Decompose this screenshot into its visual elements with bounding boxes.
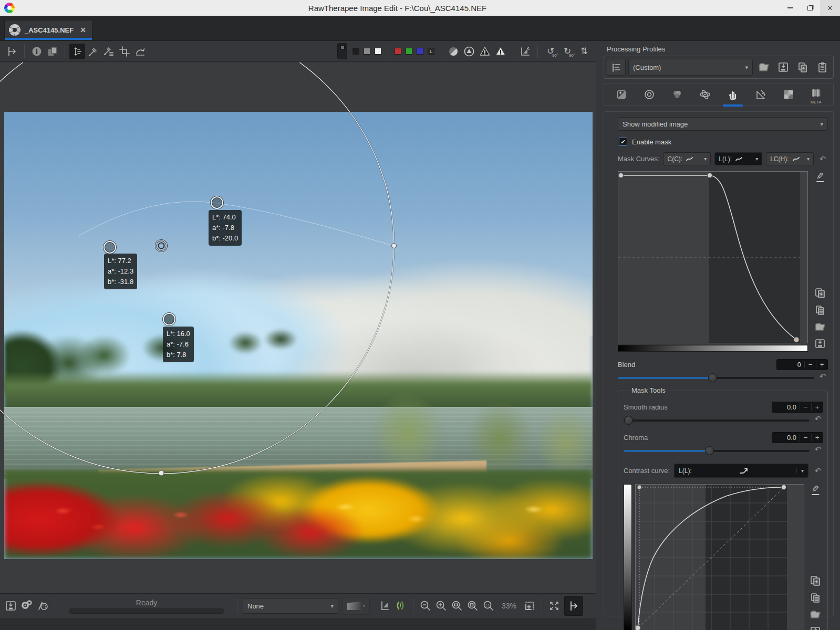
load-curve-icon[interactable] (807, 606, 824, 623)
paste-profile-icon[interactable] (814, 59, 831, 75)
contrast-curve-canvas[interactable] (635, 484, 804, 630)
channel-red-swatch[interactable] (395, 48, 401, 55)
tab-detail[interactable] (640, 85, 658, 104)
save-curve-icon[interactable] (807, 623, 824, 630)
color-picker-readout-3[interactable]: L*: 16.0 a*: -7.6 b*: 7.8 (163, 327, 194, 362)
zoom-fit-crop-icon[interactable] (465, 598, 481, 614)
mask-curve-canvas[interactable] (618, 171, 808, 343)
save-curve-icon[interactable] (812, 335, 828, 352)
reset-smooth-radius-icon[interactable]: ↶ (813, 414, 823, 424)
highlight-clipping-icon[interactable] (493, 44, 509, 59)
before-after-toggle-icon[interactable] (377, 598, 393, 614)
smooth-radius-slider[interactable] (624, 416, 810, 425)
zoom-out-icon[interactable] (418, 598, 433, 614)
tab-color[interactable] (668, 85, 686, 104)
background-white-swatch[interactable] (375, 48, 381, 55)
load-curve-icon[interactable] (812, 318, 828, 335)
slider-knob[interactable] (708, 373, 717, 382)
close-button[interactable]: ✕ (820, 0, 840, 16)
image-preview-area[interactable]: L*: 74.0 a*: -7.8 b*: -20.0 L*: 77.2 a*:… (0, 62, 596, 593)
histogram-profile-icon[interactable] (517, 44, 533, 59)
color-picker-readout-2[interactable]: L*: 77.2 a*: -12.3 b*: -31.8 (104, 254, 137, 289)
straighten-tool-icon[interactable] (132, 44, 148, 59)
fullscreen-icon[interactable] (546, 598, 562, 614)
copy-curve-icon[interactable] (807, 572, 824, 589)
reset-contrast-curve-icon[interactable]: ↶ (813, 466, 823, 476)
mask-curve-cc-button[interactable]: C(C): ▾ (663, 152, 711, 165)
channel-luminosity-swatch[interactable]: L (428, 48, 434, 55)
mask-curve-ll-button[interactable]: L(L): ▾ (714, 152, 762, 165)
soft-proofing-icon[interactable] (393, 598, 409, 614)
increment-button[interactable]: + (811, 403, 823, 411)
editor-palette-icon[interactable] (35, 598, 50, 614)
copy-curve-icon[interactable] (812, 285, 828, 301)
channel-green-swatch[interactable] (406, 48, 412, 55)
zoom-in-icon[interactable] (433, 598, 449, 614)
tab-transform[interactable] (752, 85, 770, 104)
enable-mask-checkbox[interactable]: ✔ (619, 138, 627, 146)
reset-mask-curves-icon[interactable]: ↶ (817, 154, 828, 164)
tab-metadata[interactable]: META (807, 85, 825, 104)
tab-advanced[interactable] (696, 85, 714, 104)
zoom-fit-screen-icon[interactable] (449, 598, 465, 614)
hand-tool-icon[interactable] (69, 44, 85, 59)
load-profile-icon[interactable] (755, 59, 772, 75)
chroma-slider[interactable] (624, 446, 810, 455)
paste-curve-icon[interactable] (807, 589, 824, 606)
paste-curve-icon[interactable] (812, 301, 828, 318)
blend-slider[interactable] (618, 373, 814, 382)
hide-right-panel-icon[interactable] (564, 596, 583, 616)
chroma-value-box[interactable]: 0.0 − + (772, 432, 823, 443)
before-after-view-icon[interactable] (45, 44, 60, 59)
increment-button[interactable]: + (816, 361, 827, 369)
decrement-button[interactable]: − (804, 361, 816, 369)
image-tab[interactable]: _ASC4145.NEF ✕ (4, 20, 92, 39)
slider-knob[interactable] (624, 416, 633, 425)
shadow-clipping-icon[interactable] (477, 44, 493, 59)
show-modified-select[interactable]: Show modified image ▾ (618, 117, 828, 131)
save-profile-icon[interactable] (775, 59, 792, 75)
mask-curve-lch-button[interactable]: LC(H): ▾ (766, 152, 814, 165)
profile-select[interactable]: (Custom) ▾ (628, 59, 753, 76)
copy-profile-icon[interactable] (794, 59, 811, 75)
slider-knob[interactable] (705, 446, 714, 455)
photo-canvas[interactable] (4, 112, 593, 559)
save-image-icon[interactable] (3, 598, 19, 614)
background-black-swatch[interactable] (352, 48, 359, 55)
smooth-radius-value-box[interactable]: 0.0 − + (772, 402, 823, 413)
reset-chroma-icon[interactable]: ↶ (813, 445, 823, 454)
preview-profile-select[interactable]: None ▾ (243, 598, 338, 614)
reset-blend-icon[interactable]: ↶ (817, 372, 828, 381)
info-icon[interactable] (29, 44, 45, 59)
white-balance-picker-icon[interactable] (85, 44, 101, 59)
minimize-button[interactable] (780, 0, 800, 16)
color-picker-readout-1[interactable]: L*: 74.0 a*: -7.8 b*: -20.0 (209, 210, 242, 246)
focus-mask-icon[interactable] (445, 44, 461, 59)
edit-curve-pencil-icon[interactable]: ✎ (812, 484, 819, 495)
channel-blue-swatch[interactable] (417, 48, 423, 55)
hide-left-panel-icon[interactable] (4, 44, 20, 59)
rotate-right-90-icon[interactable]: ↻90° (559, 46, 576, 57)
decrement-button[interactable]: − (800, 403, 811, 411)
tab-close-icon[interactable]: ✕ (80, 26, 86, 34)
edit-curve-pencil-icon[interactable]: ✎ (816, 171, 824, 182)
tab-exposure[interactable] (613, 85, 630, 104)
background-gray-swatch[interactable] (364, 48, 370, 55)
background-theme-button[interactable] (337, 43, 347, 59)
maximize-button[interactable] (800, 0, 820, 16)
rotate-left-90-icon[interactable]: ↺90° (542, 46, 559, 57)
contrast-curve-type-select[interactable]: L(L): ▾ (674, 464, 808, 478)
zoom-100-icon[interactable]: 1:1 (481, 598, 496, 614)
tab-raw[interactable] (780, 85, 797, 104)
blend-value-box[interactable]: 0 − + (776, 359, 828, 370)
increment-button[interactable]: + (811, 434, 823, 442)
color-picker-icon[interactable] (101, 44, 117, 59)
queue-processing-icon[interactable] (19, 598, 35, 614)
add-detail-window-icon[interactable] (522, 598, 537, 614)
tab-local-adjustments[interactable] (724, 85, 742, 104)
sharpening-mask-icon[interactable] (461, 44, 477, 59)
decrement-button[interactable]: − (800, 434, 811, 442)
profile-fill-mode-button[interactable] (607, 59, 626, 76)
crop-tool-icon[interactable] (117, 44, 132, 59)
flip-vertical-icon[interactable]: ⇅ (576, 46, 593, 57)
